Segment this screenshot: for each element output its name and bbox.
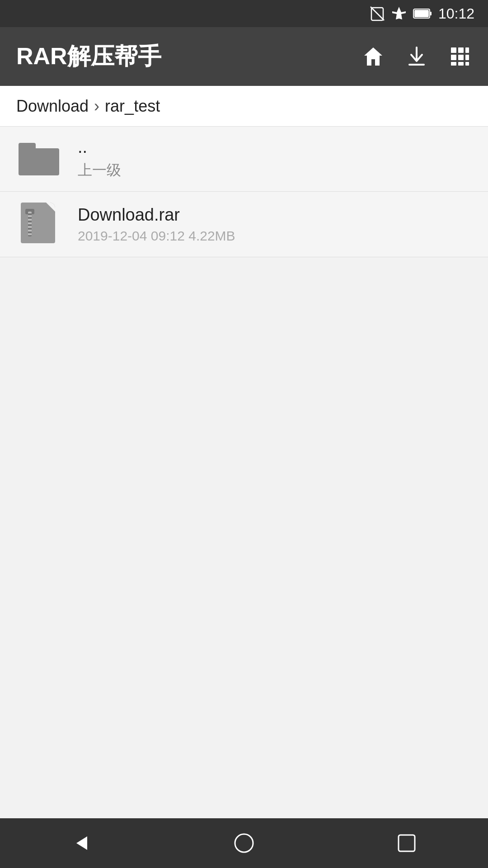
file-info-rar: Download.rar 2019-12-04 09:12 4.22MB [78,205,472,244]
app-title: RAR解压帮手 [16,41,361,72]
sim-off-icon [370,6,385,21]
status-time: 10:12 [438,5,474,22]
breadcrumb[interactable]: Download › rar_test [0,86,488,127]
svg-rect-7 [458,47,464,53]
app-bar: RAR解压帮手 [0,27,488,86]
svg-rect-3 [430,12,432,15]
list-item[interactable]: Download.rar 2019-12-04 09:12 4.22MB [0,192,488,257]
svg-rect-6 [451,47,456,53]
file-info-parent: .. 上一级 [78,137,472,180]
home-circle-icon [233,832,255,854]
svg-rect-13 [458,62,464,66]
breadcrumb-rar-test[interactable]: rar_test [105,97,160,116]
breadcrumb-separator: › [94,97,99,116]
svg-rect-10 [458,55,464,60]
file-parent-label: 上一级 [78,160,472,180]
download-action-icon[interactable] [405,45,428,68]
home-icon[interactable] [361,45,385,68]
app-bar-actions [361,45,472,68]
breadcrumb-text: Download › rar_test [16,97,160,116]
airplane-icon [391,6,407,21]
home-button[interactable] [217,825,271,861]
file-name-rar: Download.rar [78,205,472,225]
svg-rect-8 [465,47,469,53]
battery-icon [413,7,432,20]
file-meta-rar: 2019-12-04 09:12 4.22MB [78,228,472,244]
svg-marker-15 [76,836,87,850]
status-icons: 10:12 [370,5,474,22]
back-button[interactable] [54,825,108,861]
svg-rect-9 [451,55,456,60]
svg-rect-11 [465,55,469,60]
svg-rect-5 [408,64,425,66]
svg-rect-17 [399,835,415,851]
back-triangle-icon [70,832,93,854]
list-item[interactable]: .. 上一级 [0,127,488,192]
recents-square-icon [397,833,417,853]
rar-file-icon [21,203,57,246]
svg-point-16 [235,834,253,852]
file-name-parent: .. [78,137,472,157]
grid-icon[interactable] [448,45,472,68]
file-list: .. 上一级 Download.rar 2019-12-04 09:12 4.2… [0,127,488,257]
svg-line-1 [371,7,384,20]
rar-icon-wrapper [16,203,61,246]
recents-button[interactable] [380,825,434,861]
svg-rect-4 [414,10,429,17]
status-bar: 10:12 [0,0,488,27]
nav-bar [0,818,488,868]
folder-icon [19,143,59,175]
svg-rect-14 [465,62,469,66]
breadcrumb-download[interactable]: Download [16,97,89,116]
folder-icon-wrapper [16,143,61,175]
svg-rect-12 [451,62,456,66]
